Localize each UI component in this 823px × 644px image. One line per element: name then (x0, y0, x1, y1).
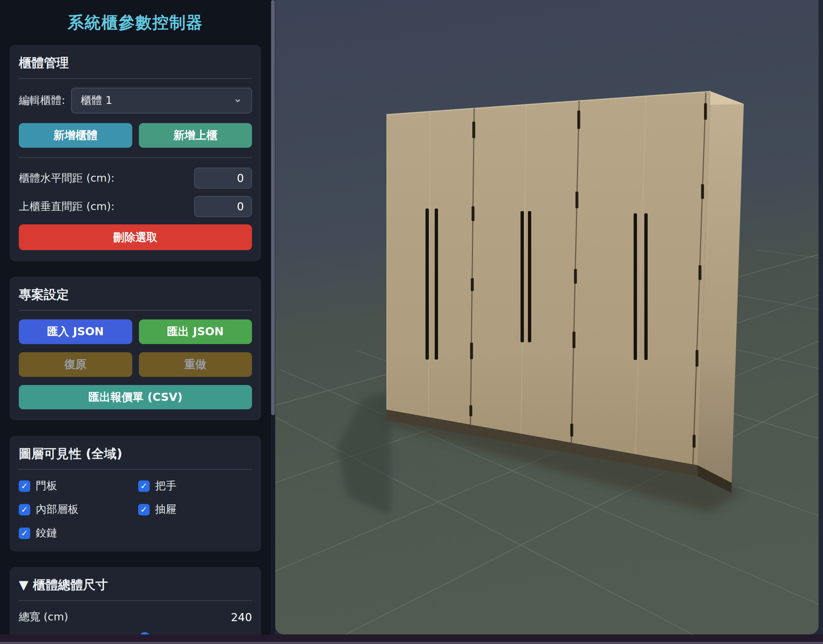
check-icon[interactable]: ✓ (19, 504, 30, 515)
divider (19, 157, 252, 158)
layer-label: 門板 (36, 478, 57, 493)
sidebar-scrollbar[interactable] (271, 0, 275, 635)
main-area (275, 0, 823, 635)
layer-checkbox-handles[interactable]: ✓ 把手 (138, 478, 252, 493)
edit-cabinet-label: 編輯櫃體: (19, 93, 65, 108)
vertical-gap-label: 上櫃垂直間距 (cm): (19, 199, 115, 214)
redo-button[interactable]: 重做 (139, 352, 252, 377)
check-icon[interactable]: ✓ (19, 527, 30, 539)
delete-selected-button[interactable]: 刪除選取 (19, 224, 252, 250)
panel-header-cabinet-management: 櫃體管理 (19, 55, 252, 79)
check-icon[interactable]: ✓ (19, 480, 30, 492)
add-upper-cabinet-button[interactable]: 新增上櫃 (139, 123, 252, 148)
total-width-label: 總寬 (cm) (19, 610, 68, 624)
cabinet-select-value: 櫃體 1 (81, 93, 112, 108)
layer-checkbox-doors[interactable]: ✓ 門板 (19, 478, 138, 493)
layer-checkbox-drawers[interactable]: ✓ 抽屜 (138, 502, 252, 517)
sidebar-scrollbar-thumb[interactable] (271, 0, 275, 415)
layer-label: 內部層板 (36, 502, 78, 517)
vertical-gap-input[interactable] (194, 196, 252, 217)
export-json-button[interactable]: 匯出 JSON (139, 319, 252, 344)
panel-project-settings: 專案設定 匯入 JSON 匯出 JSON 復原 重做 匯出報價單 (CSV) (9, 277, 261, 420)
bottom-bar-edge (0, 642, 823, 644)
layer-label: 抽屜 (155, 502, 176, 517)
total-width-value: 240 (231, 611, 252, 624)
layer-label: 鉸鏈 (36, 526, 57, 540)
horizontal-gap-input[interactable] (194, 168, 252, 189)
panel-overall-dimensions: ▼ 櫃體總體尺寸 總寬 (cm) 240 總高 (cm) 260 (9, 567, 261, 635)
export-quote-csv-button[interactable]: 匯出報價單 (CSV) (19, 385, 252, 409)
bottom-bar (0, 635, 823, 644)
panel-header-project-settings: 專案設定 (19, 286, 252, 311)
layer-checkbox-shelves[interactable]: ✓ 內部層板 (19, 502, 138, 517)
cabinet-select[interactable]: 櫃體 1 ⌄ (71, 88, 252, 113)
check-icon[interactable]: ✓ (138, 480, 150, 492)
panel-layer-visibility: 圖層可見性 (全域) ✓ 門板 ✓ 把手 ✓ 內部層板 ✓ 抽屜 ✓ 鉸鏈 (9, 436, 261, 552)
check-icon[interactable]: ✓ (138, 504, 150, 515)
sidebar: 系統櫃參數控制器 櫃體管理 編輯櫃體: 櫃體 1 ⌄ 新增櫃體 新增上櫃 櫃體水… (0, 0, 275, 635)
layer-label: 把手 (155, 478, 176, 493)
undo-button[interactable]: 復原 (19, 352, 132, 377)
import-json-button[interactable]: 匯入 JSON (19, 319, 132, 344)
panel-header-overall-dimensions[interactable]: ▼ 櫃體總體尺寸 (19, 577, 252, 601)
layer-checkbox-hinges[interactable]: ✓ 鉸鏈 (19, 526, 138, 540)
viewport-3d[interactable] (275, 0, 818, 635)
page-title: 系統櫃參數控制器 (9, 0, 261, 45)
add-cabinet-button[interactable]: 新增櫃體 (19, 123, 132, 148)
viewport-3d-canvas[interactable] (275, 0, 818, 635)
panel-header-layer-visibility: 圖層可見性 (全域) (19, 445, 252, 470)
panel-cabinet-management: 櫃體管理 編輯櫃體: 櫃體 1 ⌄ 新增櫃體 新增上櫃 櫃體水平間距 (cm):… (9, 45, 261, 261)
horizontal-gap-label: 櫃體水平間距 (cm): (19, 171, 115, 186)
